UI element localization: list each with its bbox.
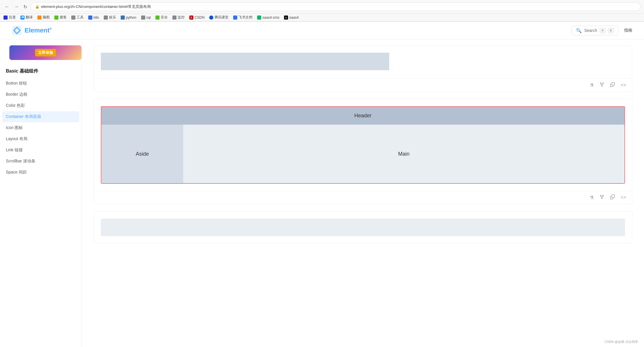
- sidebar-item-icon[interactable]: Icon 图标: [0, 122, 82, 133]
- saas4-icon: s: [284, 16, 288, 20]
- sidebar-item-scrollbar[interactable]: Scrollbar 滚动条: [0, 156, 82, 167]
- demo-preview-lower: [94, 212, 632, 243]
- el-header-demo: Header: [101, 107, 624, 125]
- sidebar-item-label: Icon 图标: [6, 125, 23, 130]
- bookmark-sql[interactable]: sql: [141, 16, 151, 20]
- flask-action-button[interactable]: ⚗: [588, 81, 595, 89]
- demo-block-upper: ⚗ <>: [94, 45, 632, 92]
- sidebar-item-label: Scrollbar 滚动条: [6, 159, 35, 163]
- bookmark-label: 娱乐: [109, 15, 116, 20]
- sidebar-item-button[interactable]: Button 按钮: [0, 78, 82, 89]
- logo-text: Element+: [25, 26, 52, 34]
- sidebar-item-label: Space 间距: [6, 170, 27, 174]
- address-text: element-plus.org/zh-CN/component/contain…: [41, 4, 151, 9]
- el-body-demo: Aside Main: [101, 125, 624, 183]
- search-kbd-cmd: ⌘: [600, 28, 606, 33]
- bookmark-label: 百度: [9, 15, 16, 20]
- app-logo: Element+: [12, 25, 52, 36]
- bookmark-label: 工具: [77, 15, 84, 20]
- footer-credit: CSDN @运维-大白同学: [605, 340, 638, 344]
- bookmark-label: saas4-cms: [262, 16, 279, 20]
- sidebar-item-label: Layout 布局: [6, 136, 27, 141]
- browser-chrome: ← → ↻ 🔒 element-plus.org/zh-CN/component…: [0, 0, 644, 22]
- bookmark-label: sql: [146, 16, 151, 20]
- bookmark-feishu[interactable]: 飞书文档: [233, 15, 252, 20]
- bookmark-saas4[interactable]: s saas4: [284, 16, 299, 20]
- fork-action-button-main[interactable]: [598, 193, 605, 202]
- forward-button[interactable]: →: [13, 3, 20, 11]
- bookmark-label: 安全: [161, 15, 168, 20]
- sidebar-item-label: Button 按钮: [6, 81, 27, 85]
- sidebar-item-label: Color 色彩: [6, 103, 25, 108]
- bookmark-gj[interactable]: 工具: [71, 15, 84, 20]
- lock-icon: 🔒: [35, 5, 39, 9]
- tencent-icon: [209, 16, 213, 20]
- sidebar-item-label: Container 布局容器: [6, 114, 41, 119]
- try-button-wrapper[interactable]: 立即体验: [5, 45, 77, 60]
- el-container-demo: Header Aside Main: [101, 106, 625, 184]
- copy-action-button-main[interactable]: [609, 193, 616, 202]
- saas4cms-icon: [257, 16, 261, 20]
- bookmark-k8s[interactable]: k8s: [88, 16, 99, 20]
- sidebar-section-title: Basic 基础组件: [0, 66, 82, 78]
- code-action-button[interactable]: <>: [619, 81, 627, 89]
- bookmark-saas4cms[interactable]: saas4-cms: [257, 16, 279, 20]
- search-bar[interactable]: 🔍 Search ⌘ K: [572, 26, 618, 35]
- sidebar-item-container[interactable]: Container 布局容器: [2, 111, 79, 122]
- demo-preview-upper: [94, 46, 632, 78]
- demo-block-main: Header Aside Main ⚗ <>: [94, 99, 632, 204]
- reload-button[interactable]: ↻: [22, 3, 28, 11]
- bookmark-yl[interactable]: 娱乐: [104, 15, 116, 20]
- search-kbd-k: K: [608, 28, 614, 33]
- sidebar-item-space[interactable]: Space 间距: [0, 167, 82, 178]
- gj-icon: [71, 16, 75, 20]
- sql-icon: [141, 16, 145, 20]
- bookmark-tencent[interactable]: 腾讯课堂: [209, 15, 228, 20]
- bookmark-naomap[interactable]: 脑图: [37, 15, 50, 20]
- k8s-icon: [88, 16, 92, 20]
- back-button[interactable]: ←: [4, 3, 11, 11]
- flask-action-button-main[interactable]: ⚗: [588, 193, 595, 202]
- bookmark-fanyi[interactable]: 译 翻译: [20, 15, 33, 20]
- search-icon: 🔍: [576, 28, 582, 33]
- bookmark-label: 鹿客: [60, 15, 67, 20]
- lower-demo-element: [101, 219, 625, 236]
- csdn-icon: C: [189, 16, 193, 20]
- aq-icon: [155, 16, 160, 20]
- luke-icon: [54, 16, 58, 20]
- copy-action-button[interactable]: [609, 81, 616, 89]
- bookmark-label: saas4: [289, 16, 299, 20]
- fanyi-icon: 译: [20, 16, 25, 20]
- sidebar-item-label: Border 边框: [6, 92, 27, 97]
- sidebar-item-link[interactable]: Link 链接: [0, 145, 82, 156]
- bookmark-label: 飞书文档: [238, 15, 252, 20]
- bookmark-csdn[interactable]: C CSDN: [189, 16, 205, 20]
- bookmark-jk[interactable]: 监控: [172, 15, 185, 20]
- baidu-icon: [4, 16, 8, 20]
- bookmark-luke[interactable]: 鹿客: [54, 15, 67, 20]
- sidebar-item-layout[interactable]: Layout 布局: [0, 133, 82, 145]
- bookmark-label: CSDN: [195, 16, 205, 20]
- el-aside-demo: Aside: [101, 125, 183, 183]
- guide-button[interactable]: 指南: [624, 28, 632, 33]
- page-layout: 立即体验 Basic 基础组件 Button 按钮 Border 边框 Colo…: [0, 39, 644, 347]
- demo-preview-main: Header Aside Main: [94, 99, 632, 191]
- app-header: Element+ 🔍 Search ⌘ K 指南: [0, 22, 644, 39]
- sidebar-item-color[interactable]: Color 色彩: [0, 100, 82, 111]
- demo-actions-main: ⚗ <>: [94, 191, 632, 204]
- python-icon: [121, 16, 125, 20]
- feishu-icon: [233, 16, 237, 20]
- address-bar[interactable]: 🔒 element-plus.org/zh-CN/component/conta…: [31, 2, 640, 11]
- bookmark-label: 翻译: [26, 15, 33, 20]
- bookmarks-bar: 百度 译 翻译 脑图 鹿客 工具 k8s 娱乐 python: [0, 14, 644, 21]
- bookmark-python[interactable]: python: [121, 16, 136, 20]
- try-now-button[interactable]: 立即体验: [9, 45, 82, 60]
- fork-action-button[interactable]: [598, 81, 605, 89]
- code-action-button-main[interactable]: <>: [619, 193, 627, 202]
- naomap-icon: [37, 16, 41, 20]
- sidebar-item-border[interactable]: Border 边框: [0, 89, 82, 100]
- bookmark-baidu[interactable]: 百度: [4, 15, 16, 20]
- bookmark-label: 腾讯课堂: [214, 15, 228, 20]
- demo-actions-upper: ⚗ <>: [94, 78, 632, 92]
- bookmark-aq[interactable]: 安全: [155, 15, 168, 20]
